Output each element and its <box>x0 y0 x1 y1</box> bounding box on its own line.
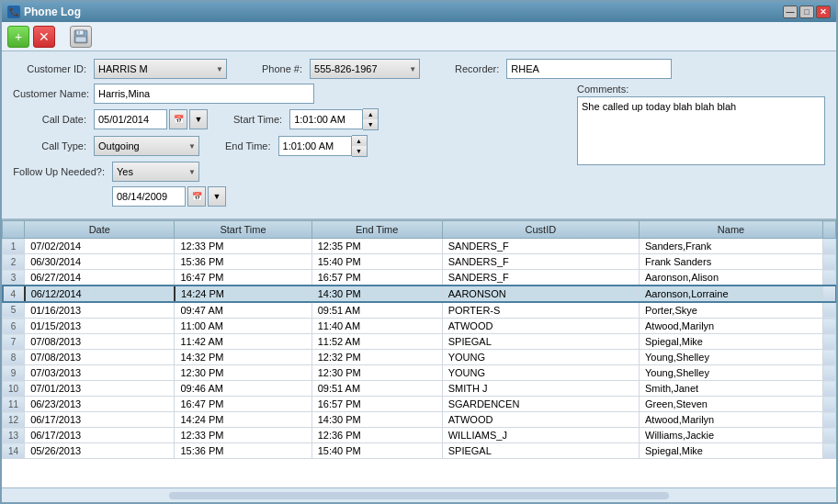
recorder-input[interactable] <box>506 59 672 79</box>
table-row[interactable]: 1306/17/201312:33 PM12:36 PMWILLIAMS_JWi… <box>3 428 836 443</box>
row-number: 11 <box>3 397 25 412</box>
table-row[interactable]: 707/08/201311:42 AM11:52 AMSPIEGALSpiega… <box>3 334 836 350</box>
cell-date: 06/23/2013 <box>25 397 175 412</box>
table-row[interactable]: 1106/23/201316:47 PM16:57 PMSGARDENCENGr… <box>3 397 836 412</box>
form-row-6: 📅 ▼ <box>13 186 568 207</box>
followup-date-wrapper: 📅 ▼ <box>112 186 226 207</box>
add-button[interactable]: + <box>7 26 29 48</box>
table-row[interactable]: 601/15/201311:00 AM11:40 AMATWOODAtwood,… <box>3 319 836 334</box>
end-time-input[interactable] <box>278 136 352 156</box>
table-row[interactable]: 907/03/201312:30 PM12:30 PMYOUNGYoung,Sh… <box>3 365 836 381</box>
row-number: 1 <box>3 239 25 254</box>
cell-name: Frank Sanders <box>640 254 823 270</box>
row-number: 14 <box>3 443 25 459</box>
svg-rect-3 <box>75 37 86 42</box>
comments-section: Comments: She called up today blah blah … <box>577 84 825 211</box>
cell-end-time: 12:35 PM <box>311 239 442 254</box>
cell-start-time: 09:46 AM <box>175 381 311 397</box>
cell-name: Smith,Janet <box>640 381 823 397</box>
call-date-dropdown-btn[interactable]: ▼ <box>189 109 208 129</box>
cell-custid: YOUNG <box>442 350 639 365</box>
col-name: Name <box>640 221 823 239</box>
cell-end-time: 09:51 AM <box>311 302 442 319</box>
cell-start-time: 11:42 AM <box>175 334 311 350</box>
cell-end-time: 09:51 AM <box>311 381 442 397</box>
cell-start-time: 16:47 PM <box>175 397 311 412</box>
customer-name-input[interactable] <box>94 84 314 104</box>
cell-end-time: 12:30 PM <box>311 365 442 381</box>
form-main-section: Customer Name: Call Date: 📅 ▼ Start Time… <box>13 84 825 211</box>
cell-custid: ATWOOD <box>442 412 639 428</box>
cell-custid: WILLIAMS_J <box>442 428 639 443</box>
cell-date: 06/30/2014 <box>25 254 175 270</box>
phone-select[interactable]: 555-826-1967 <box>310 59 420 79</box>
row-number: 3 <box>3 270 25 286</box>
cell-date: 07/08/2013 <box>25 350 175 365</box>
delete-button[interactable]: ✕ <box>33 26 55 48</box>
customer-id-select[interactable]: HARRIS M <box>94 59 227 79</box>
col-end-time: End Time <box>311 221 442 239</box>
cell-start-time: 14:24 PM <box>175 286 311 302</box>
row-number: 5 <box>3 302 25 319</box>
start-time-label: Start Time: <box>233 114 282 125</box>
cell-date: 01/16/2013 <box>25 302 175 319</box>
form-row-4: Call Type: Outgoing Incoming End Time: ▲… <box>13 135 568 157</box>
table-row[interactable]: 1206/17/201314:24 PM14:30 PMATWOODAtwood… <box>3 412 836 428</box>
follow-up-wrapper: Yes No <box>112 162 199 182</box>
call-type-select[interactable]: Outgoing Incoming <box>94 136 199 156</box>
svg-rect-2 <box>78 30 80 34</box>
followup-date-input[interactable] <box>112 186 186 207</box>
table-row[interactable]: 501/16/201309:47 AM09:51 AMPORTER-SPorte… <box>3 302 836 319</box>
cell-custid: SPIEGAL <box>442 334 639 350</box>
start-time-input[interactable] <box>289 109 363 129</box>
end-time-up-btn[interactable]: ▲ <box>352 136 367 146</box>
table-row[interactable]: 206/30/201415:36 PM15:40 PMSANDERS_FFran… <box>3 254 836 270</box>
table-row[interactable]: 306/27/201416:47 PM16:57 PMSANDERS_FAaro… <box>3 270 836 286</box>
cell-end-time: 12:32 PM <box>311 350 442 365</box>
cell-name: Aaronson,Lorraine <box>640 286 823 302</box>
minimize-button[interactable]: — <box>783 6 798 18</box>
customer-name-label: Customer Name: <box>13 88 86 99</box>
col-date: Date <box>25 221 175 239</box>
cell-end-time: 11:52 AM <box>311 334 442 350</box>
row-number: 7 <box>3 334 25 350</box>
cell-custid: SANDERS_F <box>442 254 639 270</box>
table-row[interactable]: 1007/01/201309:46 AM09:51 AMSMITH JSmith… <box>3 381 836 397</box>
cell-start-time: 16:47 PM <box>175 270 311 286</box>
horizontal-scrollbar[interactable] <box>169 492 670 499</box>
cell-date: 07/01/2013 <box>25 381 175 397</box>
col-rownum <box>3 221 25 239</box>
row-number: 8 <box>3 350 25 365</box>
cell-name: Green,Steven <box>640 397 823 412</box>
end-time-down-btn[interactable]: ▼ <box>352 146 367 156</box>
save-button[interactable] <box>70 26 92 48</box>
cell-date: 07/02/2014 <box>25 239 175 254</box>
cell-end-time: 12:36 PM <box>311 428 442 443</box>
start-time-down-btn[interactable]: ▼ <box>363 119 378 129</box>
table-row[interactable]: 1405/26/201315:36 PM15:40 PMSPIEGALSpieg… <box>3 443 836 459</box>
cell-start-time: 14:32 PM <box>175 350 311 365</box>
cell-name: Sanders,Frank <box>640 239 823 254</box>
comments-textarea[interactable]: She called up today blah blah blah <box>577 96 825 165</box>
table-header-row: Date Start Time End Time CustID Name <box>3 221 836 239</box>
followup-date-dropdown-btn[interactable]: ▼ <box>208 186 226 207</box>
table-scroll[interactable]: Date Start Time End Time CustID Name 107… <box>2 220 836 487</box>
call-date-input[interactable] <box>94 109 167 129</box>
cell-end-time: 14:30 PM <box>311 412 442 428</box>
followup-date-calendar-btn[interactable]: 📅 <box>187 186 206 207</box>
form-area: Customer ID: HARRIS M Phone #: 555-826-1… <box>2 51 836 219</box>
save-icon <box>74 29 88 44</box>
cell-custid: SGARDENCEN <box>442 397 639 412</box>
maximize-button[interactable]: □ <box>799 6 814 18</box>
table-row[interactable]: 406/12/201414:24 PM14:30 PMAARONSONAaron… <box>3 286 836 302</box>
call-date-wrapper: 📅 ▼ <box>94 109 208 129</box>
cell-name: Williams,Jackie <box>640 428 823 443</box>
cell-name: Porter,Skye <box>640 302 823 319</box>
table-row[interactable]: 807/08/201314:32 PM12:32 PMYOUNGYoung,Sh… <box>3 350 836 365</box>
follow-up-select[interactable]: Yes No <box>112 162 199 182</box>
row-number: 4 <box>3 286 25 302</box>
table-row[interactable]: 107/02/201412:33 PM12:35 PMSANDERS_FSand… <box>3 239 836 254</box>
start-time-up-btn[interactable]: ▲ <box>363 109 378 119</box>
close-button[interactable]: ✕ <box>816 6 831 18</box>
call-date-calendar-btn[interactable]: 📅 <box>169 109 187 129</box>
